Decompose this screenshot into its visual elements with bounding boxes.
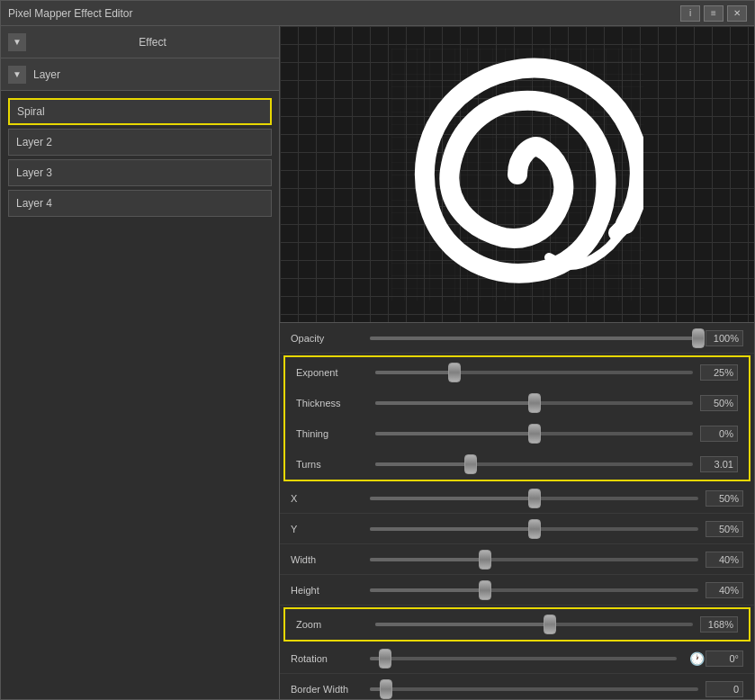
opacity-row: Opacity 100% xyxy=(280,323,754,354)
zoom-track[interactable] xyxy=(375,623,693,626)
layer-4-label: Layer 4 xyxy=(16,197,52,210)
layer-3-label: Layer 3 xyxy=(16,166,52,179)
thining-label: Thining xyxy=(296,428,368,439)
turns-row: Turns 3.01 xyxy=(285,449,749,480)
main-content: ▼ Effect ▼ Layer Layer 2 Layer 3 xyxy=(1,26,754,699)
y-track[interactable] xyxy=(370,527,698,531)
thickness-track[interactable] xyxy=(375,401,693,405)
rotation-clock-icon[interactable]: 🕐 xyxy=(688,650,706,668)
layer-label: Layer xyxy=(33,68,60,81)
zoom-group: Zoom 168% xyxy=(283,607,751,642)
y-value: 50% xyxy=(706,521,743,537)
layer-2-label: Layer 2 xyxy=(16,136,52,148)
x-row: X 50% xyxy=(280,483,754,514)
height-value: 40% xyxy=(706,582,743,598)
menu-button[interactable]: ≡ xyxy=(704,5,724,22)
exponent-label: Exponent xyxy=(296,367,368,378)
opacity-label: Opacity xyxy=(291,333,363,344)
rotation-track[interactable] xyxy=(370,657,677,660)
width-track[interactable] xyxy=(370,558,698,561)
left-panel: ▼ Effect ▼ Layer Layer 2 Layer 3 xyxy=(1,26,280,699)
main-window: Pixel Mapper Effect Editor i ≡ ✕ ▼ Effec… xyxy=(0,0,755,700)
layer-item-spiral[interactable] xyxy=(8,98,272,125)
exponent-track[interactable] xyxy=(375,371,693,374)
layer-item-2[interactable]: Layer 2 xyxy=(8,129,272,156)
title-buttons: i ≡ ✕ xyxy=(680,5,747,22)
zoom-label: Zoom xyxy=(296,619,368,630)
preview-area xyxy=(280,26,754,323)
right-panel: Opacity 100% Exponent 2 xyxy=(280,26,754,699)
close-button[interactable]: ✕ xyxy=(727,5,747,22)
info-button[interactable]: i xyxy=(680,5,700,22)
controls-area: Opacity 100% Exponent 2 xyxy=(280,323,754,699)
y-label: Y xyxy=(291,524,363,534)
thickness-label: Thickness xyxy=(296,398,368,408)
spiral-svg xyxy=(391,49,643,301)
layer-header: ▼ Layer xyxy=(1,58,279,91)
zoom-value: 168% xyxy=(700,616,738,633)
width-label: Width xyxy=(291,554,363,565)
turns-label: Turns xyxy=(296,459,368,470)
spiral-params-group: Exponent 25% Thickness 50% xyxy=(283,355,751,481)
rotation-label: Rotation xyxy=(291,653,363,664)
border-width-track[interactable] xyxy=(370,687,698,691)
thickness-row: Thickness 50% xyxy=(285,388,749,418)
title-bar: Pixel Mapper Effect Editor i ≡ ✕ xyxy=(1,1,754,26)
thining-row: Thining 0% xyxy=(285,418,749,449)
rotation-row: Rotation 🕐 0° xyxy=(280,643,754,674)
x-label: X xyxy=(291,493,363,504)
turns-value: 3.01 xyxy=(700,456,738,472)
thining-value: 0% xyxy=(700,426,738,442)
border-width-row: Border Width 0 xyxy=(280,674,754,699)
width-value: 40% xyxy=(706,552,743,568)
exponent-value: 25% xyxy=(700,364,738,381)
border-width-label: Border Width xyxy=(291,684,363,695)
thickness-value: 50% xyxy=(700,395,738,411)
thining-track[interactable] xyxy=(375,432,693,435)
y-row: Y 50% xyxy=(280,514,754,544)
border-width-value: 0 xyxy=(706,681,743,697)
opacity-value: 100% xyxy=(706,330,743,346)
spiral-preview xyxy=(391,49,643,301)
exponent-row: Exponent 25% xyxy=(285,357,749,388)
layer-name-input[interactable] xyxy=(17,105,263,118)
height-track[interactable] xyxy=(370,588,698,592)
height-label: Height xyxy=(291,585,363,596)
zoom-row: Zoom 168% xyxy=(285,609,749,640)
effect-label: Effect xyxy=(33,36,272,49)
layer-item-3[interactable]: Layer 3 xyxy=(8,159,272,186)
opacity-track[interactable] xyxy=(370,337,698,340)
layer-list: Layer 2 Layer 3 Layer 4 xyxy=(1,91,279,224)
layer-item-4[interactable]: Layer 4 xyxy=(8,190,272,217)
window-title: Pixel Mapper Effect Editor xyxy=(8,7,133,20)
width-row: Width 40% xyxy=(280,544,754,575)
turns-track[interactable] xyxy=(375,462,693,466)
height-row: Height 40% xyxy=(280,575,754,606)
layer-collapse-button[interactable]: ▼ xyxy=(8,66,26,84)
x-track[interactable] xyxy=(370,497,698,500)
effect-collapse-button[interactable]: ▼ xyxy=(8,33,26,51)
effect-header: ▼ Effect xyxy=(1,26,279,58)
rotation-value: 0° xyxy=(706,651,743,667)
x-value: 50% xyxy=(706,490,743,507)
